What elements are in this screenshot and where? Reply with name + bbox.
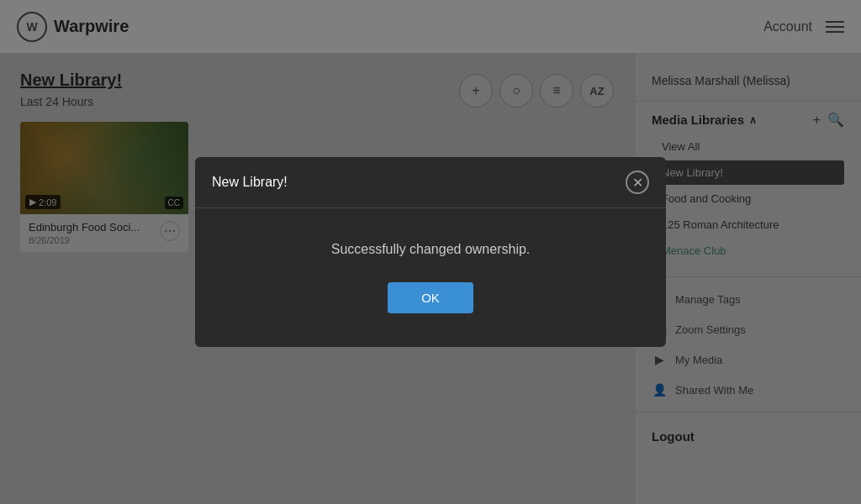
modal-message: Successfully changed ownership. xyxy=(212,242,649,257)
modal-close-button[interactable]: ✕ xyxy=(626,171,649,194)
modal-header: New Library! ✕ xyxy=(195,157,666,208)
close-icon: ✕ xyxy=(632,175,643,191)
modal-dialog: New Library! ✕ Successfully changed owne… xyxy=(195,157,666,347)
modal-body: Successfully changed ownership. OK xyxy=(195,208,666,347)
modal-title: New Library! xyxy=(212,175,288,190)
modal-overlay: New Library! ✕ Successfully changed owne… xyxy=(0,0,861,504)
ok-button[interactable]: OK xyxy=(388,282,473,313)
